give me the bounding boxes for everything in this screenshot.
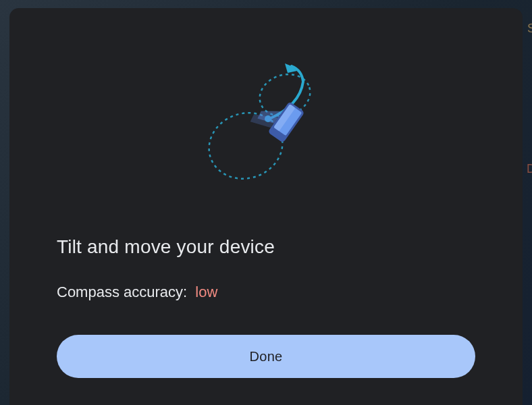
figure-eight-illustration: [57, 49, 475, 202]
compass-accuracy-status: Compass accuracy: low: [57, 284, 475, 301]
compass-calibration-card: Tilt and move your device Compass accura…: [9, 8, 523, 405]
accuracy-label: Compass accuracy:: [57, 284, 187, 300]
done-button[interactable]: Done: [57, 335, 475, 378]
backdrop-text: S: [527, 22, 532, 36]
instruction-title: Tilt and move your device: [57, 236, 475, 258]
backdrop-text: D: [527, 162, 532, 176]
figure-eight-motion-icon: [192, 58, 340, 193]
accuracy-value: low: [195, 284, 217, 300]
